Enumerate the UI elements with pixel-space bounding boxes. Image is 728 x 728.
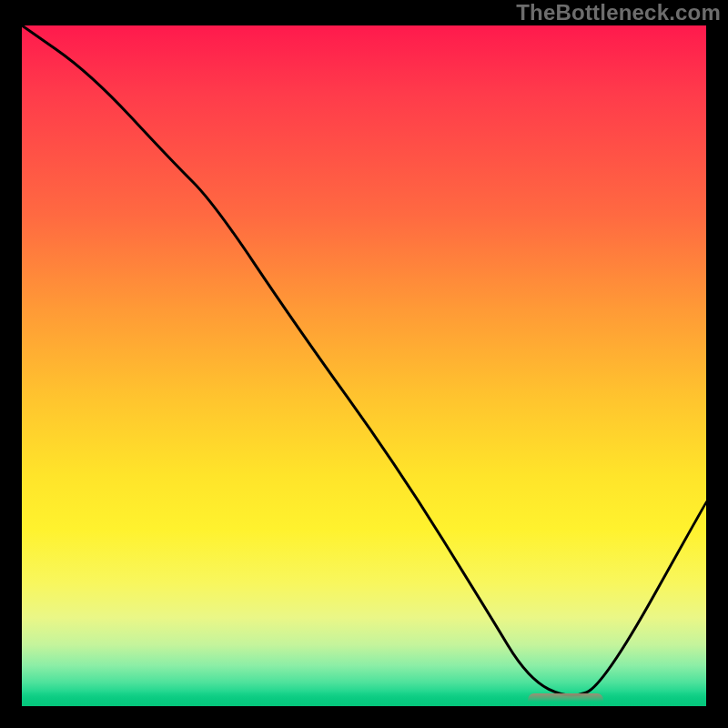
- plot-area: [22, 25, 706, 706]
- chart-frame: TheBottleneck.com: [0, 0, 728, 728]
- bottleneck-curve: [22, 25, 706, 706]
- watermark-text: TheBottleneck.com: [516, 0, 721, 25]
- optimal-range-marker: [528, 693, 603, 706]
